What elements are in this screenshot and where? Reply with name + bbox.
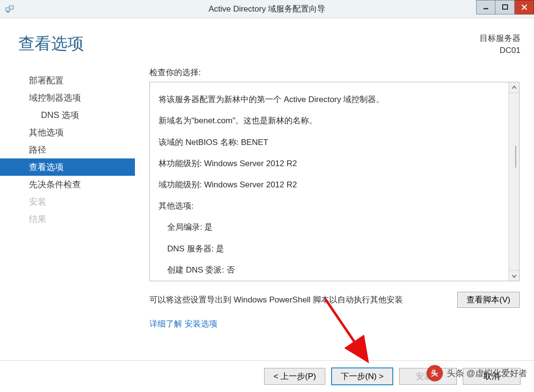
maximize-button[interactable] (495, 0, 515, 14)
sidebar-item-dns-options[interactable]: DNS 选项 (0, 106, 135, 124)
install-button: 安装(I) (399, 368, 457, 385)
target-server-value: DC01 (480, 45, 521, 57)
view-script-button[interactable]: 查看脚本(V) (457, 292, 520, 308)
sidebar-item-prereq-check[interactable]: 先决条件检查 (0, 176, 135, 193)
sidebar-item-paths[interactable]: 路径 (0, 141, 135, 158)
sidebar-item-dc-options[interactable]: 域控制器选项 (0, 89, 135, 106)
scroll-thumb[interactable] (515, 146, 516, 168)
target-server-block: 目标服务器 DC01 (480, 33, 521, 56)
sidebar-item-results: 结果 (0, 210, 135, 228)
export-row: 可以将这些设置导出到 Windows PowerShell 脚本以自动执行其他安… (149, 292, 520, 308)
wizard-footer: < 上一步(P) 下一步(N) > 安装(I) 取消 (0, 360, 534, 392)
content-region: 检查你的选择: 将该服务器配置为新林中的第一个 Active Directory… (135, 67, 534, 329)
learn-more-prefix[interactable]: 详细了解 (149, 319, 182, 328)
main-region: 部署配置 域控制器选项 DNS 选项 其他选项 路径 查看选项 先决条件检查 安… (0, 61, 534, 329)
sidebar-item-deploy-config[interactable]: 部署配置 (0, 72, 135, 89)
export-description: 可以将这些设置导出到 Windows PowerShell 脚本以自动执行其他安… (149, 294, 403, 305)
page-header: 查看选项 目标服务器 DC01 (0, 18, 534, 61)
vertical-scrollbar[interactable] (508, 82, 519, 281)
learn-more: 详细了解 安装选项 (149, 318, 520, 329)
page-title: 查看选项 (18, 33, 84, 55)
instruction-label: 检查你的选择: (149, 67, 520, 78)
svg-rect-4 (503, 5, 507, 9)
close-button[interactable] (515, 0, 534, 14)
previous-button[interactable]: < 上一步(P) (264, 368, 325, 385)
svg-rect-1 (9, 6, 13, 9)
sidebar-item-review-options[interactable]: 查看选项 (0, 158, 135, 176)
step-sidebar: 部署配置 域控制器选项 DNS 选项 其他选项 路径 查看选项 先决条件检查 安… (0, 67, 135, 329)
next-button[interactable]: 下一步(N) > (331, 367, 393, 385)
learn-more-link[interactable]: 安装选项 (185, 319, 217, 328)
svg-rect-2 (7, 12, 9, 13)
target-server-label: 目标服务器 (480, 33, 521, 45)
cancel-button[interactable]: 取消 (463, 368, 521, 385)
scroll-up-arrow[interactable] (509, 82, 519, 93)
minimize-button[interactable] (476, 0, 495, 14)
review-pane: 将该服务器配置为新林中的第一个 Active Directory 域控制器。新域… (149, 82, 520, 281)
window-controls (476, 0, 534, 14)
scroll-down-arrow[interactable] (509, 270, 519, 281)
sidebar-item-additional-options[interactable]: 其他选项 (0, 124, 135, 141)
titlebar: Active Directory 域服务配置向导 (0, 0, 534, 18)
review-text: 将该服务器配置为新林中的第一个 Active Directory 域控制器。新域… (150, 82, 508, 281)
app-icon (5, 4, 15, 14)
window-title: Active Directory 域服务配置向导 (0, 3, 534, 14)
sidebar-item-install: 安装 (0, 193, 135, 210)
